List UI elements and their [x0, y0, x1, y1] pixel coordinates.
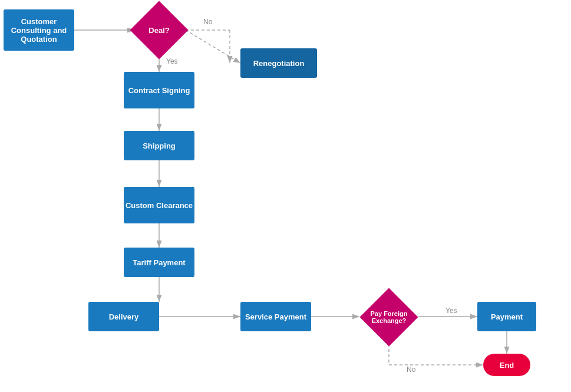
- end-node: End: [483, 354, 530, 376]
- yes-deal-label: Yes: [166, 57, 178, 65]
- custom-clearance-node: Custom Clearance: [124, 187, 194, 223]
- deal-diamond-node: Deal?: [133, 4, 186, 57]
- no-foreign-label: No: [407, 365, 415, 374]
- pay-foreign-exchange-diamond: Pay Foreign Exchange?: [362, 290, 416, 344]
- svg-line-3: [186, 30, 240, 63]
- yes-foreign-label: Yes: [445, 307, 457, 315]
- service-payment-node: Service Payment: [240, 302, 311, 331]
- renegotiation-node: Renegotiation: [240, 48, 317, 78]
- shipping-node: Shipping: [124, 131, 194, 160]
- flowchart: Customer Consulting and Quotation Deal? …: [0, 0, 571, 392]
- tariff-payment-node: Tariff Payment: [124, 248, 194, 277]
- payment-node: Payment: [477, 302, 536, 331]
- delivery-node: Delivery: [88, 302, 159, 331]
- no-deal-label: No: [203, 18, 212, 26]
- contract-signing-node: Contract Signing: [124, 72, 194, 108]
- customer-consulting-node: Customer Consulting and Quotation: [4, 9, 74, 51]
